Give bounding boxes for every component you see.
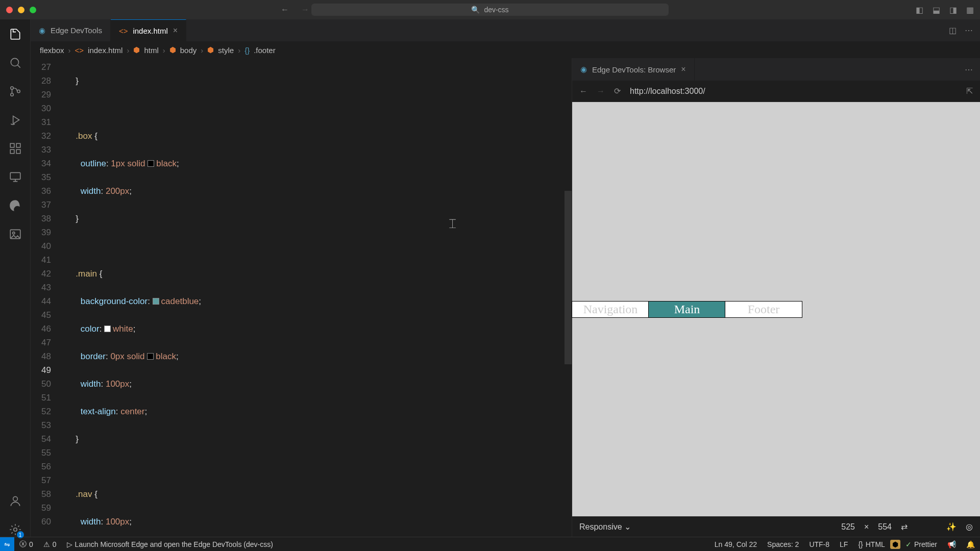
code-content[interactable]: } .box { outline: 1px solid black; width… xyxy=(61,58,572,537)
code-editor[interactable]: 2728293031323334353637383940414243444546… xyxy=(31,58,572,537)
window-controls xyxy=(6,7,36,13)
tag-icon: ⬢ xyxy=(133,45,140,55)
tab-edge-browser[interactable]: ◉ Edge DevTools: Browser × xyxy=(572,58,695,81)
tab-label: Edge DevTools: Browser xyxy=(592,65,676,74)
history-nav: ← → xyxy=(281,5,309,14)
prettier-status[interactable]: Prettier xyxy=(900,540,942,548)
extensions-icon[interactable] xyxy=(8,141,22,156)
command-center[interactable]: 🔍 dev-css xyxy=(311,4,669,16)
language-mode[interactable]: {} HTML xyxy=(853,540,890,548)
cursor-position[interactable]: Ln 49, Col 22 xyxy=(709,540,762,548)
breadcrumb-item[interactable]: style xyxy=(218,46,234,55)
close-window-icon[interactable] xyxy=(6,7,13,13)
chevron-right-icon: › xyxy=(127,46,129,55)
problems-errors[interactable]: ⓧ0 xyxy=(14,540,38,549)
remote-explorer-icon[interactable] xyxy=(8,170,22,184)
chevron-down-icon: ⌄ xyxy=(624,522,631,531)
tab-index-html[interactable]: <> index.html × xyxy=(111,19,186,41)
rotate-icon[interactable]: ⇄ xyxy=(901,522,908,532)
panel-right-icon[interactable]: ◨ xyxy=(949,5,957,15)
chevron-right-icon: › xyxy=(238,46,240,55)
line-gutter: 2728293031323334353637383940414243444546… xyxy=(31,58,61,537)
color-swatch-cadetblue-icon[interactable] xyxy=(153,298,159,305)
device-toolbar: Responsive ⌄ 525 × 554 ⇄ ✨ ◎ xyxy=(572,516,980,537)
popout-icon[interactable]: ⇱ xyxy=(966,86,973,96)
launch-task[interactable]: ▷Launch Microsoft Edge and open the Edge… xyxy=(62,540,278,548)
search-icon: 🔍 xyxy=(471,6,480,14)
tag-icon: ⬢ xyxy=(207,45,214,55)
customize-layout-icon[interactable]: ▦ xyxy=(966,5,974,15)
source-control-icon[interactable] xyxy=(8,84,22,98)
color-swatch-black-icon[interactable] xyxy=(147,353,154,360)
minimize-window-icon[interactable] xyxy=(18,7,24,13)
svg-point-3 xyxy=(17,90,19,92)
status-bar: ⇋ ⓧ0 ⚠0 ▷Launch Microsoft Edge and open … xyxy=(0,537,980,551)
account-icon[interactable] xyxy=(8,494,22,508)
tag-icon: ⬢ xyxy=(169,45,176,55)
viewport-width[interactable]: 525 xyxy=(841,522,855,532)
breadcrumb-item[interactable]: html xyxy=(144,46,158,55)
split-editor-icon[interactable]: ◫ xyxy=(949,26,957,35)
svg-rect-4 xyxy=(10,143,14,147)
url-display[interactable]: http://localhost:3000/ xyxy=(630,87,957,96)
problems-warnings[interactable]: ⚠0 xyxy=(38,540,62,548)
svg-rect-5 xyxy=(16,143,20,147)
browser-forward-icon[interactable]: → xyxy=(597,87,605,96)
tab-edge-devtools[interactable]: ◉ Edge DevTools xyxy=(31,19,111,41)
more-actions-icon[interactable]: ⋯ xyxy=(965,58,980,81)
settings-gear-icon[interactable]: 1 xyxy=(8,522,22,537)
forward-icon[interactable]: → xyxy=(301,5,309,14)
edge-tab-icon: ◉ xyxy=(39,26,45,35)
close-tab-icon[interactable]: × xyxy=(173,26,178,35)
browser-back-icon[interactable]: ← xyxy=(579,87,587,96)
indent-setting[interactable]: Spaces: 2 xyxy=(762,540,804,548)
scrollbar-thumb[interactable] xyxy=(565,191,572,364)
maximize-window-icon[interactable] xyxy=(30,7,36,13)
back-icon[interactable]: ← xyxy=(281,5,289,14)
breadcrumb[interactable]: flexbox› <>index.html› ⬢html› ⬢body› ⬢st… xyxy=(31,42,980,58)
panel-bottom-icon[interactable]: ⬓ xyxy=(933,5,940,15)
text-cursor-icon: ⌶ xyxy=(449,216,456,230)
html-file-icon: <> xyxy=(119,27,128,35)
eol[interactable]: LF xyxy=(835,540,853,548)
device-mode-select[interactable]: Responsive ⌄ xyxy=(579,522,631,532)
run-debug-icon[interactable] xyxy=(8,113,22,127)
search-sidebar-icon[interactable] xyxy=(8,56,22,70)
svg-rect-7 xyxy=(16,149,20,154)
close-tab-icon[interactable]: × xyxy=(681,65,685,74)
more-actions-icon[interactable]: ⋯ xyxy=(965,26,973,35)
chevron-right-icon: › xyxy=(68,46,71,55)
tab-label: Edge DevTools xyxy=(51,26,102,35)
magic-wand-icon[interactable]: ✨ xyxy=(946,522,957,532)
browser-tabs: ◉ Edge DevTools: Browser × ⋯ xyxy=(572,58,980,81)
explorer-icon[interactable] xyxy=(8,27,22,41)
breadcrumb-item[interactable]: .footer xyxy=(254,46,276,55)
svg-point-2 xyxy=(10,93,13,96)
settings-badge: 1 xyxy=(17,531,24,538)
rendered-flex-container: Navigation Main Footer xyxy=(572,302,802,317)
code-icon: {} xyxy=(858,540,863,548)
eslint-icon[interactable]: ⬢ xyxy=(890,540,900,549)
edge-tab-icon: ◉ xyxy=(580,65,587,74)
breadcrumb-item[interactable]: flexbox xyxy=(40,46,64,55)
panel-left-icon[interactable]: ◧ xyxy=(916,5,923,15)
breadcrumb-item[interactable]: index.html xyxy=(88,46,122,55)
remote-icon: ⇋ xyxy=(4,540,10,548)
bell-icon[interactable]: 🔔 xyxy=(961,540,980,548)
svg-point-10 xyxy=(12,232,14,234)
reload-icon[interactable]: ⟳ xyxy=(614,86,621,96)
tab-actions: ◫ ⋯ xyxy=(949,19,980,41)
image-icon[interactable] xyxy=(8,227,22,241)
color-swatch-white-icon[interactable] xyxy=(104,325,111,332)
svg-point-1 xyxy=(10,87,13,89)
viewport-height[interactable]: 554 xyxy=(878,522,892,532)
target-icon[interactable]: ◎ xyxy=(966,522,973,532)
browser-viewport[interactable]: Navigation Main Footer xyxy=(572,102,980,516)
breadcrumb-item[interactable]: body xyxy=(180,46,197,55)
edge-devtools-icon[interactable] xyxy=(8,198,22,213)
encoding[interactable]: UTF-8 xyxy=(804,540,835,548)
feedback-icon[interactable]: 📢 xyxy=(942,540,961,548)
svg-rect-8 xyxy=(10,172,20,179)
remote-indicator[interactable]: ⇋ xyxy=(0,537,14,551)
color-swatch-black-icon[interactable] xyxy=(148,160,154,167)
